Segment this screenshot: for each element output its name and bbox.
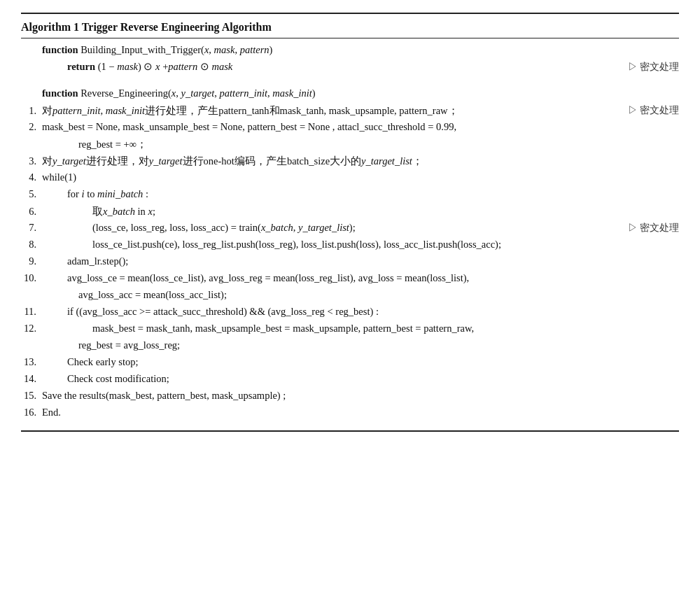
func2-header: function Reverse_Engineering(x, y_target… <box>21 87 679 103</box>
comment-7: ▷ 密文处理 <box>628 222 680 234</box>
line-content-7: (loss_ce, loss_reg, loss, loss_acc) = tr… <box>42 222 679 234</box>
line-content-6: 取x_batch in x; <box>42 205 679 218</box>
algo-line-1: 1. 对pattern_init, mask_init进行处理，产生patter… <box>21 104 679 120</box>
algo-line-13: 13. Check early stop; <box>21 356 679 372</box>
line-num-3: 3. <box>21 155 42 167</box>
line-content-14: Check cost modification; <box>42 373 679 385</box>
line-content-4: while(1) <box>42 171 679 183</box>
algo-line-9: 9. adam_lr.step(); <box>21 255 679 271</box>
line-content-12b: reg_best = avg_loss_reg; <box>42 339 679 351</box>
line-num-12: 12. <box>21 323 42 334</box>
algo-line-14: 14. Check cost modification; <box>21 373 679 388</box>
line-num-1: 1. <box>21 105 42 117</box>
line-content-16: End. <box>42 407 679 418</box>
line-content-11: if ((avg_loss_acc >= attack_succ_thresho… <box>42 306 679 318</box>
line-num-16: 16. <box>21 407 42 418</box>
algorithm-body: function Building_Input_with_Trigger(x, … <box>21 44 679 422</box>
line-content-1: 对pattern_init, mask_init进行处理，产生pattern_t… <box>42 104 679 118</box>
algorithm-title: Algorithm 1 Trigger Reverse Engineering … <box>21 21 679 38</box>
algo-line-12: 12. mask_best = mask_tanh, mask_upsample… <box>21 323 679 338</box>
algo-line-6: 6. 取x_batch in x; <box>21 205 679 220</box>
line-content-10: avg_loss_ce = mean(loss_ce_list), avg_lo… <box>42 272 679 284</box>
algo-line-12b: reg_best = avg_loss_reg; <box>21 339 679 355</box>
comment-1: ▷ 密文处理 <box>628 104 680 117</box>
line-content-13: Check early stop; <box>42 356 679 368</box>
line-num-5: 5. <box>21 188 42 200</box>
algo-line-15: 15. Save the results(mask_best, pattern_… <box>21 390 679 405</box>
comment-return: ▷ 密文处理 <box>628 61 680 73</box>
algo-line-16: 16. End. <box>21 407 679 422</box>
algo-line-11: 11. if ((avg_loss_acc >= attack_succ_thr… <box>21 306 679 321</box>
algo-line-10b: avg_loss_acc = mean(loss_acc_list); <box>21 289 679 304</box>
algo-line-3: 3. 对y_target进行处理，对y_target进行one-hot编码，产生… <box>21 155 679 170</box>
line-num-14: 14. <box>21 373 42 385</box>
algo-line-2: 2. mask_best = None, mask_unsample_best … <box>21 121 679 136</box>
line-num-7: 7. <box>21 222 42 234</box>
line-num-10: 10. <box>21 272 42 284</box>
line-content-2: mask_best = None, mask_unsample_best = N… <box>42 121 679 133</box>
algo-line-4: 4. while(1) <box>21 171 679 187</box>
return-line: return (1 − mask) ⊙ x +pattern ⊙ mask ▷ … <box>21 61 679 76</box>
line-content-2b: reg_best = +∞； <box>42 138 679 151</box>
algo-line-5: 5. for i to mini_batch : <box>21 188 679 204</box>
algo-line-10: 10. avg_loss_ce = mean(loss_ce_list), av… <box>21 272 679 288</box>
func1-header: function Building_Input_with_Trigger(x, … <box>21 44 679 59</box>
line-num-8: 8. <box>21 239 42 251</box>
line-num-11: 11. <box>21 306 42 318</box>
line-content-5: for i to mini_batch : <box>42 188 679 200</box>
algo-line-2b: reg_best = +∞； <box>21 138 679 153</box>
line-content-func2: function Reverse_Engineering(x, y_target… <box>42 87 679 99</box>
line-content-3: 对y_target进行处理，对y_target进行one-hot编码，产生bat… <box>42 155 679 168</box>
line-content-func1: function Building_Input_with_Trigger(x, … <box>42 44 679 56</box>
algo-name: Trigger Reverse Engineering Algorithm <box>82 21 272 33</box>
algo-number: Algorithm 1 <box>21 21 79 33</box>
line-content-15: Save the results(mask_best, pattern_best… <box>42 390 679 402</box>
algo-line-8: 8. loss_ce_list.push(ce), loss_reg_list.… <box>21 239 679 254</box>
line-content-10b: avg_loss_acc = mean(loss_acc_list); <box>42 289 679 301</box>
line-num-4: 4. <box>21 171 42 183</box>
algorithm-box: Algorithm 1 Trigger Reverse Engineering … <box>21 13 679 432</box>
line-num-13: 13. <box>21 356 42 368</box>
line-num-9: 9. <box>21 255 42 267</box>
line-content-9: adam_lr.step(); <box>42 255 679 267</box>
line-num-15: 15. <box>21 390 42 402</box>
algo-line-7: 7. (loss_ce, loss_reg, loss, loss_acc) =… <box>21 222 679 237</box>
line-content-return: return (1 − mask) ⊙ x +pattern ⊙ mask <box>42 61 679 73</box>
line-num-6: 6. <box>21 206 42 218</box>
line-content-8: loss_ce_list.push(ce), loss_reg_list.pus… <box>42 239 679 251</box>
line-num-2: 2. <box>21 121 42 133</box>
line-content-12: mask_best = mask_tanh, mask_upsample_bes… <box>42 323 679 334</box>
